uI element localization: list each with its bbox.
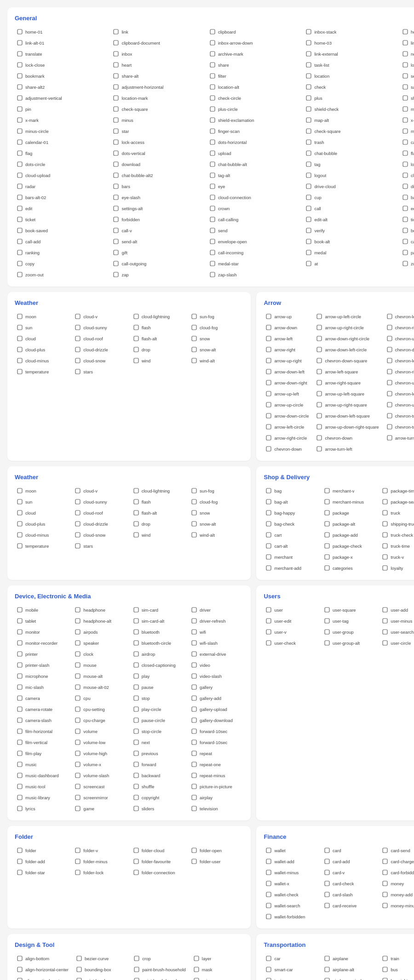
icon-item-categories[interactable]: categories [322, 563, 376, 573]
icon-item-cloud[interactable]: cloud [15, 334, 69, 343]
icon-item-music-tool[interactable]: music-tool [15, 782, 69, 791]
icon-item-folder[interactable]: folder [15, 846, 69, 855]
icon-item-volume-x[interactable]: volume-x [73, 760, 127, 769]
icon-item-snow[interactable]: snow [189, 508, 243, 517]
icon-item-arrow-down-left-square[interactable]: arrow-down-left-square [314, 411, 380, 420]
icon-item-star[interactable]: star [111, 126, 203, 136]
icon-item-forward-10sec[interactable]: forward-10sec [189, 738, 243, 747]
icon-item-user-add[interactable]: user-add [380, 605, 414, 614]
icon-item-airplane[interactable]: airplane [322, 954, 376, 963]
icon-item-chevron-right[interactable]: chevron-right [385, 323, 414, 332]
icon-item-cloud-plus[interactable]: cloud-plus [15, 345, 69, 354]
icon-item-closed-captioning[interactable]: closed-captioning [131, 660, 185, 670]
icon-item-paint-brush-broad[interactable]: paint-brush-broad [132, 976, 188, 980]
icon-item-calendar-01[interactable]: calendar-01 [15, 138, 107, 147]
icon-item-card-slash[interactable]: card-slash [322, 890, 376, 899]
icon-item-user-search[interactable]: user-search [380, 627, 414, 636]
icon-item-folder-user[interactable]: folder-user [189, 857, 243, 866]
icon-item-camera-rotate[interactable]: camera-rotate [15, 705, 69, 714]
icon-item-location-alt[interactable]: location-alt [207, 82, 300, 92]
icon-item-flash-alt[interactable]: flash-alt [131, 334, 185, 343]
icon-item-cloud-snow[interactable]: cloud-snow [73, 356, 127, 365]
icon-item-shield-check[interactable]: shield-check [304, 104, 396, 114]
icon-item-arrow-up-circle[interactable]: arrow-up-circle [264, 400, 310, 409]
icon-item-arrow-up[interactable]: arrow-up [264, 312, 310, 321]
icon-item-arrow-left-square[interactable]: arrow-left-square [314, 367, 380, 376]
icon-item-package-time[interactable]: package-time [380, 486, 414, 495]
icon-item-temperature[interactable]: temperature [15, 367, 69, 376]
icon-item-map[interactable]: map [400, 104, 414, 114]
icon-item-arrow-right-square[interactable]: arrow-right-square [314, 378, 380, 387]
icon-item-previous[interactable]: previous [131, 749, 185, 758]
icon-item-gallery-upload[interactable]: gallery-upload [189, 705, 243, 714]
icon-item-ranking[interactable]: ranking [15, 248, 107, 257]
icon-item-share-alt[interactable]: share-alt [111, 71, 203, 80]
icon-item-inbox-arrow-down[interactable]: inbox-arrow-down [207, 38, 300, 47]
icon-item-folder-favourite[interactable]: folder-favourite [131, 857, 185, 866]
icon-item-lock-access[interactable]: lock-access [111, 138, 203, 147]
icon-item-arrow-right[interactable]: arrow-right [264, 345, 310, 354]
icon-item-wallet-check[interactable]: wallet-check [264, 890, 318, 899]
icon-item-money-minus[interactable]: money-minus [380, 901, 414, 910]
icon-item-card-v[interactable]: card-v [322, 868, 376, 877]
icon-item-call-v[interactable]: call-v [111, 226, 203, 235]
icon-item-mouse-alt-02[interactable]: mouse-alt-02 [73, 682, 127, 692]
icon-item-forward-10sec[interactable]: forward-10sec [189, 727, 243, 736]
icon-item-send[interactable]: send [207, 226, 300, 235]
icon-item-repeat-minus[interactable]: repeat-minus [189, 771, 243, 780]
icon-item-cloud-upload[interactable]: cloud-upload [15, 171, 107, 180]
icon-item-cloud[interactable]: cloud [15, 508, 69, 517]
icon-item-arrow-down[interactable]: arrow-down [264, 323, 310, 332]
icon-item-folder-minus[interactable]: folder-minus [73, 857, 127, 866]
icon-item-cpu[interactable]: cpu [73, 693, 127, 703]
icon-item-wind[interactable]: wind [131, 530, 185, 539]
icon-item-chevron-right-circle[interactable]: chevron-right-circle [385, 367, 414, 376]
icon-item-sun-fog[interactable]: sun-fog [189, 486, 243, 495]
icon-item-cloud-fog[interactable]: cloud-fog [189, 323, 243, 332]
icon-item-truck-check[interactable]: truck-check [380, 530, 414, 539]
icon-item-map-alt[interactable]: map-alt [304, 115, 396, 125]
icon-item-cloud-fog[interactable]: cloud-fog [189, 497, 243, 506]
icon-item-shield[interactable]: shield [400, 93, 414, 103]
icon-item-translate[interactable]: translate [15, 49, 107, 58]
icon-item-paint-brush-household[interactable]: paint-brush-household [132, 965, 188, 974]
icon-item-truck-time[interactable]: truck-time [380, 541, 414, 550]
icon-item-music[interactable]: music [15, 760, 69, 769]
icon-item-chat-bubble-alt2[interactable]: chat-bubble-alt2 [111, 171, 203, 180]
icon-item-package-add[interactable]: package-add [322, 530, 376, 539]
icon-item-bus-right[interactable]: bus-right [380, 976, 414, 980]
icon-item-logout[interactable]: logout [304, 171, 396, 180]
icon-item-cloud-drizzle[interactable]: cloud-drizzle [73, 519, 127, 528]
icon-item-wallet-add[interactable]: wallet-add [264, 857, 318, 866]
icon-item-arrow-down-left[interactable]: arrow-down-left [264, 367, 310, 376]
icon-item-mobile[interactable]: mobile [15, 605, 69, 614]
icon-item-stop[interactable]: stop [131, 693, 185, 703]
icon-item-cloud-v[interactable]: cloud-v [73, 312, 127, 321]
icon-item-microphone[interactable]: microphone [15, 671, 69, 681]
icon-item-minus-circle[interactable]: minus-circle [15, 126, 107, 136]
icon-item-edit[interactable]: edit [15, 204, 107, 213]
icon-item-arrow-down-circle[interactable]: arrow-down-circle [264, 411, 310, 420]
icon-item-check[interactable]: check [304, 82, 396, 92]
icon-item-zoom-in[interactable]: zoom-in [400, 259, 414, 268]
icon-item-airdrop[interactable]: airdrop [131, 649, 185, 659]
icon-item-scissors[interactable]: scissors [191, 976, 244, 980]
icon-item-finger-scan[interactable]: finger-scan [207, 126, 300, 136]
icon-item-dots-vertical[interactable]: dots-vertical [111, 149, 203, 158]
icon-item-headphone[interactable]: headphone [73, 605, 127, 614]
icon-item-snow-alt[interactable]: snow-alt [189, 345, 243, 354]
icon-item-driver-refresh[interactable]: driver-refresh [189, 616, 243, 625]
icon-item-truck[interactable]: truck [380, 508, 414, 517]
icon-item-wallet[interactable]: wallet [264, 846, 318, 855]
icon-item-link-alt-01[interactable]: link-alt-01 [15, 38, 107, 47]
icon-item-cpu-setting[interactable]: cpu-setting [73, 705, 127, 714]
icon-item-stop-circle[interactable]: stop-circle [131, 727, 185, 736]
icon-item-video-slash[interactable]: video-slash [189, 671, 243, 681]
icon-item-cloud-minus[interactable]: cloud-minus [15, 530, 69, 539]
icon-item-zap[interactable]: zap [111, 270, 203, 279]
icon-item-game[interactable]: game [73, 804, 127, 813]
icon-item-chat-bubble-alt[interactable]: chat-bubble-alt [207, 160, 300, 169]
icon-item-task-list[interactable]: task-list [304, 60, 396, 69]
icon-item-bars-alt-03[interactable]: bars-alt-03 [400, 193, 414, 202]
icon-item-backward[interactable]: backward [131, 771, 185, 780]
